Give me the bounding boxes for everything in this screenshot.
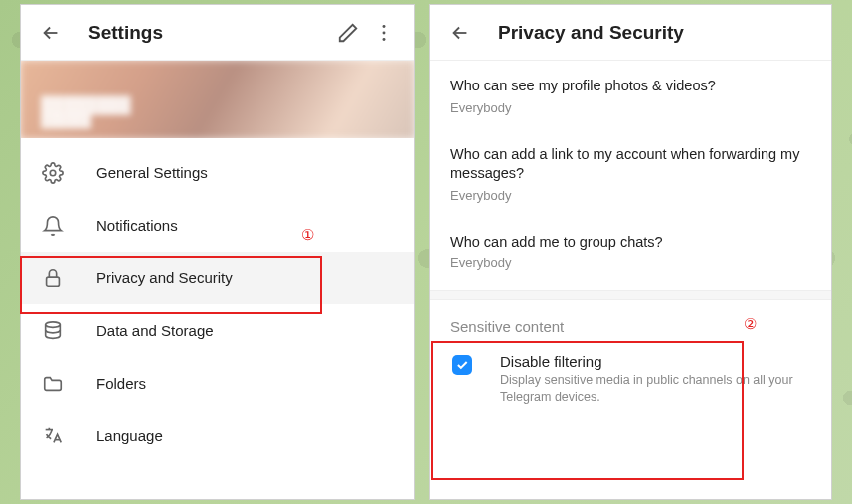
privacy-item-forward-link[interactable]: Who can add a link to my account when fo… [450, 129, 811, 217]
more-vertical-icon [373, 22, 395, 44]
profile-banner[interactable]: ████████ ██████ [21, 61, 414, 138]
bell-icon [41, 214, 65, 238]
disable-filtering-checkbox[interactable] [452, 355, 472, 375]
settings-header: Settings [21, 5, 414, 61]
sensitive-content-header: Sensitive content [430, 300, 831, 343]
sidebar-item-notifications[interactable]: Notifications [21, 199, 414, 252]
privacy-question: Who can see my profile photos & videos? [450, 77, 811, 96]
disable-filtering-row[interactable]: Disable filtering Display sensitive medi… [430, 343, 831, 416]
privacy-panel: Privacy and Security Who can see my prof… [429, 4, 832, 500]
edit-button[interactable] [330, 15, 366, 51]
sidebar-item-label: Privacy and Security [96, 269, 233, 286]
privacy-value: Everybody [450, 188, 811, 203]
settings-list: General Settings Notifications Privacy a… [21, 138, 414, 470]
privacy-question: Who can add a link to my account when fo… [450, 145, 811, 184]
gear-icon [41, 161, 65, 185]
back-button[interactable] [442, 15, 478, 51]
back-button[interactable] [33, 15, 69, 51]
svg-point-1 [383, 31, 386, 34]
svg-point-3 [50, 170, 56, 176]
lock-icon [41, 266, 65, 290]
privacy-item-profile-photo[interactable]: Who can see my profile photos & videos? … [450, 61, 811, 129]
database-icon [41, 319, 65, 343]
svg-point-2 [383, 37, 386, 40]
settings-title: Settings [88, 22, 330, 44]
sidebar-item-label: Notifications [96, 217, 178, 234]
sidebar-item-folders[interactable]: Folders [21, 357, 414, 410]
sidebar-item-general[interactable]: General Settings [21, 146, 414, 199]
annotation-number-2: ② [744, 315, 757, 333]
folder-icon [41, 372, 65, 396]
privacy-options-list: Who can see my profile photos & videos? … [430, 61, 831, 284]
sidebar-item-language[interactable]: Language [21, 410, 414, 462]
sidebar-item-data-storage[interactable]: Data and Storage [21, 304, 414, 357]
sidebar-item-privacy[interactable]: Privacy and Security [21, 252, 414, 304]
disable-filtering-desc: Display sensitive media in public channe… [500, 372, 811, 406]
privacy-item-group-chats[interactable]: Who can add me to group chats? Everybody [450, 217, 811, 285]
arrow-left-icon [449, 22, 471, 44]
svg-rect-4 [47, 277, 60, 286]
sidebar-item-label: Language [96, 427, 163, 444]
arrow-left-icon [40, 22, 62, 44]
sidebar-item-label: Folders [96, 375, 146, 392]
privacy-header: Privacy and Security [430, 5, 831, 61]
privacy-value: Everybody [450, 255, 811, 270]
svg-point-5 [46, 321, 61, 327]
section-divider [430, 290, 831, 300]
language-icon [41, 424, 65, 448]
sidebar-item-label: Data and Storage [96, 322, 214, 339]
privacy-value: Everybody [450, 100, 811, 115]
annotation-number-1: ① [301, 226, 314, 244]
pencil-icon [337, 22, 359, 44]
check-icon [455, 358, 469, 372]
disable-filtering-title: Disable filtering [500, 353, 811, 370]
sidebar-item-label: General Settings [96, 164, 208, 181]
privacy-title: Privacy and Security [498, 22, 819, 44]
settings-panel: Settings ████████ ██████ General Setting… [20, 4, 415, 500]
more-button[interactable] [366, 15, 402, 51]
svg-point-0 [383, 25, 386, 28]
privacy-question: Who can add me to group chats? [450, 233, 811, 252]
